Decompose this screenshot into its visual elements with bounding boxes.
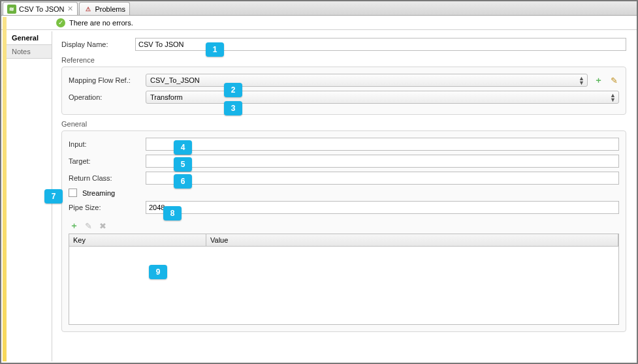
mapping-flow-label: Mapping Flow Ref.: [69, 76, 140, 84]
general-group: Input: Target: Return Class: Streaming P… [61, 130, 626, 332]
side-tab-notes[interactable]: Notes [7, 45, 52, 59]
pipe-size-field[interactable] [146, 201, 619, 214]
reference-group: Mapping Flow Ref.: CSV_To_JSON ▲▼ ＋ ✎ Op… [61, 67, 626, 115]
tab-problems[interactable]: ⚠ Problems [79, 2, 130, 15]
kv-table: Key Value [69, 234, 619, 325]
callout-6: 6 [174, 174, 192, 189]
side-tab-general[interactable]: General [7, 31, 52, 45]
streaming-label: Streaming [82, 189, 115, 197]
tab-label: Problems [95, 5, 125, 13]
streaming-checkbox[interactable] [69, 189, 77, 197]
mapping-flow-value: CSV_To_JSON [150, 76, 200, 84]
side-tab-label: General [12, 34, 39, 42]
chevron-updown-icon: ▲▼ [579, 76, 584, 85]
add-mapping-button[interactable]: ＋ [593, 75, 603, 85]
reference-title: Reference [61, 56, 626, 64]
status-message: There are no errors. [69, 19, 133, 27]
callout-1: 1 [206, 42, 224, 57]
kv-header-key[interactable]: Key [69, 234, 206, 246]
flow-icon: ≋ [7, 5, 16, 14]
mapping-flow-select[interactable]: CSV_To_JSON ▲▼ [146, 74, 588, 87]
target-field[interactable] [146, 155, 619, 168]
tab-label: CSV To JSON [19, 5, 65, 13]
return-class-field[interactable] [146, 172, 619, 185]
status-bar: ✓ There are no errors. [1, 16, 637, 30]
ok-check-icon: ✓ [56, 18, 65, 27]
editor-tab-bar: ≋ CSV To JSON ✕ ⚠ Problems [1, 1, 637, 16]
callout-8: 8 [163, 206, 182, 220]
return-class-label: Return Class: [69, 174, 140, 182]
target-label: Target: [69, 157, 140, 165]
kv-header-value[interactable]: Value [206, 234, 618, 246]
callout-4: 4 [174, 140, 192, 155]
close-icon[interactable]: ✕ [67, 5, 73, 13]
content-panel: Display Name: Reference Mapping Flow Ref… [52, 31, 635, 361]
callout-3: 3 [224, 101, 242, 115]
callout-5: 5 [174, 157, 192, 172]
display-name-label: Display Name: [61, 40, 130, 48]
general-title: General [61, 120, 626, 128]
problems-icon: ⚠ [84, 5, 93, 14]
side-tab-label: Notes [12, 48, 31, 55]
edit-mapping-button[interactable]: ✎ [609, 75, 619, 85]
kv-body[interactable] [69, 247, 618, 318]
tab-csv-to-json[interactable]: ≋ CSV To JSON ✕ [3, 2, 78, 15]
kv-toolbar: ＋ ✎ ✖ [69, 220, 619, 231]
callout-2: 2 [224, 83, 242, 97]
operation-select[interactable]: Transform ▲▼ [146, 91, 619, 104]
add-row-button[interactable]: ＋ [69, 220, 79, 231]
chevron-updown-icon: ▲▼ [610, 93, 616, 102]
pipe-size-label: Pipe Size: [69, 204, 140, 211]
delete-row-button[interactable]: ✖ [97, 220, 108, 231]
operation-label: Operation: [69, 93, 140, 101]
input-field[interactable] [146, 138, 619, 151]
callout-9: 9 [149, 265, 167, 279]
edit-row-button[interactable]: ✎ [83, 220, 93, 231]
callout-7: 7 [44, 189, 63, 204]
input-label: Input: [69, 140, 140, 148]
operation-value: Transform [150, 93, 183, 101]
